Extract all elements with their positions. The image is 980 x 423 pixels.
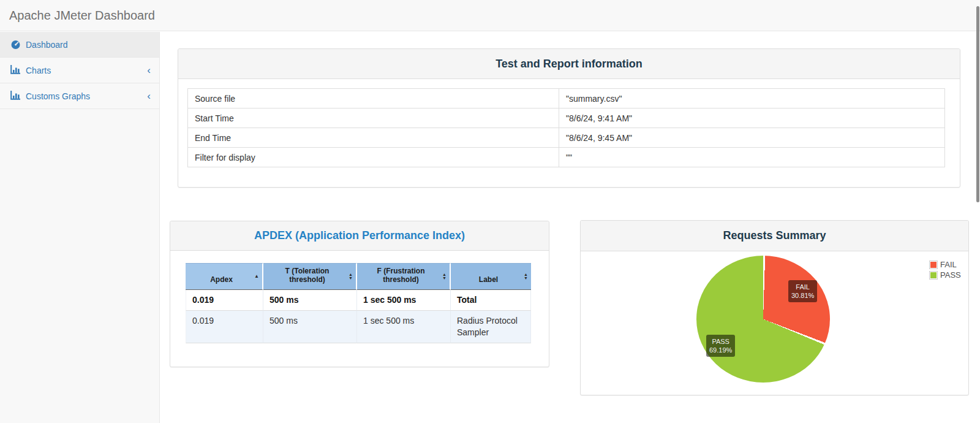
requests-summary-panel: Requests Summary FAIL 30.81% PASS 69.19%…	[580, 220, 969, 395]
requests-summary-header: Requests Summary	[581, 221, 968, 251]
sort-both-icon	[524, 273, 528, 280]
table-row: 0.019 500 ms 1 sec 500 ms Radius Protoco…	[186, 311, 531, 343]
legend-item-pass: PASS	[929, 270, 961, 280]
test-info-table: Source file "summary.csv" Start Time "8/…	[187, 88, 945, 167]
sort-asc-icon	[254, 275, 259, 278]
column-header-frustration[interactable]: F (Frustration threshold)	[357, 263, 451, 290]
test-info-panel-header: Test and Report information	[178, 49, 960, 79]
table-row: Source file "summary.csv"	[188, 89, 945, 109]
sidebar-item-charts[interactable]: Charts ‹	[0, 58, 159, 83]
legend-swatch-pass	[929, 271, 938, 280]
info-value: ""	[559, 148, 945, 167]
info-value: "8/6/24, 9:45 AM"	[559, 128, 945, 148]
info-value: "summary.csv"	[559, 89, 945, 109]
bar-chart-icon	[10, 65, 21, 75]
requests-pie-chart: FAIL 30.81% PASS 69.19% FAIL PASS	[581, 251, 968, 395]
pie-label-pass: PASS 69.19%	[706, 335, 735, 357]
tachometer-icon	[10, 39, 21, 50]
table-row: Start Time "8/6/24, 9:41 AM"	[188, 109, 945, 128]
info-label: Start Time	[188, 109, 559, 128]
bar-chart-icon	[10, 91, 21, 101]
apdex-panel-header: APDEX (Application Performance Index)	[170, 221, 549, 251]
cell: 0.019	[186, 290, 263, 311]
requests-pie	[696, 256, 830, 383]
apdex-panel: APDEX (Application Performance Index) Ap…	[170, 221, 549, 367]
sidebar-item-label: Charts	[26, 66, 51, 75]
column-header-label: Apdex	[210, 275, 233, 284]
column-header-label: F (Frustration threshold)	[377, 267, 425, 284]
pie-label-name: FAIL	[791, 283, 814, 291]
chevron-left-icon: ‹	[147, 65, 151, 75]
cell: 0.019	[186, 311, 263, 343]
chart-legend: FAIL PASS	[929, 260, 961, 281]
column-header-label: Label	[479, 275, 498, 284]
table-row: Filter for display ""	[188, 148, 945, 167]
legend-swatch-fail	[929, 261, 938, 269]
pie-label-percent: 30.81%	[791, 291, 814, 300]
chevron-left-icon: ‹	[147, 91, 151, 101]
cell: 500 ms	[263, 311, 357, 343]
legend-label: FAIL	[940, 260, 957, 269]
table-row: End Time "8/6/24, 9:45 AM"	[188, 128, 945, 148]
cell: Radius Protocol Sampler	[451, 311, 531, 343]
column-header-label-col[interactable]: Label	[451, 263, 531, 290]
sort-both-icon	[349, 273, 353, 280]
info-label: Source file	[188, 89, 559, 109]
cell: Total	[451, 290, 531, 311]
requests-summary-title: Requests Summary	[723, 229, 826, 242]
apdex-table: Apdex T (Toleration threshold) F (Frustr…	[186, 263, 531, 343]
vertical-scrollbar[interactable]	[976, 6, 979, 202]
test-info-title: Test and Report information	[496, 58, 643, 70]
info-label: End Time	[188, 128, 559, 148]
cell: 500 ms	[263, 290, 357, 311]
legend-item-fail: FAIL	[929, 260, 961, 269]
cell: 1 sec 500 ms	[357, 290, 451, 311]
sidebar-item-dashboard[interactable]: Dashboard	[0, 32, 159, 58]
table-row-total: 0.019 500 ms 1 sec 500 ms Total	[186, 290, 531, 311]
column-header-label: T (Toleration threshold)	[285, 267, 330, 284]
pie-label-fail: FAIL 30.81%	[788, 280, 817, 302]
sidebar-item-label: Customs Graphs	[26, 91, 90, 101]
pie-label-name: PASS	[709, 337, 732, 346]
app-title: Apache JMeter Dashboard	[0, 0, 980, 31]
pie-label-percent: 69.19%	[709, 346, 732, 354]
sidebar-item-label: Dashboard	[26, 40, 68, 50]
info-value: "8/6/24, 9:41 AM"	[559, 109, 945, 128]
sidebar-item-customs-graphs[interactable]: Customs Graphs ‹	[0, 83, 159, 109]
column-header-apdex[interactable]: Apdex	[186, 263, 263, 290]
top-navbar: Apache JMeter Dashboard	[0, 0, 980, 31]
legend-label: PASS	[940, 270, 961, 280]
column-header-toleration[interactable]: T (Toleration threshold)	[263, 263, 357, 290]
apdex-title-link[interactable]: APDEX (Application Performance Index)	[254, 229, 465, 242]
test-info-panel: Test and Report information Source file …	[178, 48, 960, 188]
cell: 1 sec 500 ms	[357, 311, 451, 343]
info-label: Filter for display	[188, 148, 559, 167]
sidebar: Dashboard Charts ‹ Customs Graphs ‹	[0, 32, 160, 423]
sort-both-icon	[442, 273, 447, 280]
